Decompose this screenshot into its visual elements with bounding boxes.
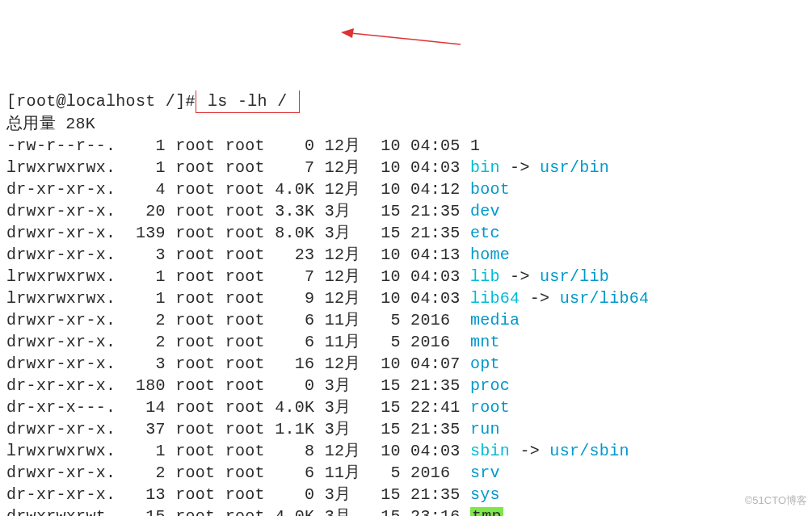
listing-row: drwxr-xr-x. 139 root root 8.0K 3月 15 21:… (6, 222, 806, 244)
watermark: ©51CTO博客 (745, 489, 807, 511)
file-name: 1 (470, 136, 480, 155)
listing-row: lrwxrwxrwx. 1 root root 7 12月 10 04:03 l… (6, 266, 806, 287)
file-name: media (470, 311, 520, 329)
terminal-output: [root@localhost /]# ls -lh / 总用量 28K-rw-… (6, 90, 806, 516)
listing-row: drwxr-xr-x. 37 root root 1.1K 3月 15 21:3… (6, 418, 806, 440)
file-name: tmp (470, 507, 503, 516)
listing-row: dr-xr-xr-x. 4 root root 4.0K 12月 10 04:1… (6, 178, 806, 200)
annotation-arrow (319, 3, 469, 54)
file-name: opt (470, 354, 500, 373)
file-name: mnt (470, 333, 500, 351)
link-target: usr/lib (540, 267, 609, 286)
highlighted-command: ls -lh / (196, 90, 300, 113)
file-name: home (470, 245, 510, 264)
file-name: srv (470, 464, 500, 482)
file-name: lib (470, 267, 500, 286)
link-target: usr/bin (540, 158, 609, 177)
listing-row: drwxrwxrwt. 15 root root 4.0K 3月 15 23:1… (6, 506, 806, 516)
listing-row: drwxr-xr-x. 2 root root 6 11月 5 2016 srv (6, 462, 806, 484)
listing-row: -rw-r--r--. 1 root root 0 12月 10 04:05 1 (6, 135, 806, 157)
listing-row: lrwxrwxrwx. 1 root root 8 12月 10 04:03 s… (6, 440, 806, 462)
file-name: run (470, 420, 500, 438)
svg-marker-1 (341, 28, 354, 38)
prompt-line: [root@localhost /]# ls -lh / (6, 90, 806, 113)
link-target: usr/sbin (549, 442, 629, 460)
file-name: boot (470, 180, 510, 199)
file-name: dev (470, 202, 500, 220)
file-name: lib64 (470, 289, 520, 308)
listing-row: drwxr-xr-x. 2 root root 6 11月 5 2016 mnt (6, 331, 806, 353)
svg-line-0 (351, 33, 461, 44)
total-line: 总用量 28K (6, 113, 806, 135)
listing-row: dr-xr-xr-x. 13 root root 0 3月 15 21:35 s… (6, 484, 806, 506)
file-name: sbin (470, 442, 510, 460)
listing-row: drwxr-xr-x. 20 root root 3.3K 3月 15 21:3… (6, 200, 806, 222)
file-name: root (470, 398, 510, 417)
listing-row: lrwxrwxrwx. 1 root root 9 12月 10 04:03 l… (6, 287, 806, 309)
listing-row: drwxr-xr-x. 2 root root 6 11月 5 2016 med… (6, 309, 806, 331)
listing-row: drwxr-xr-x. 3 root root 16 12月 10 04:07 … (6, 353, 806, 375)
link-target: usr/lib64 (560, 289, 650, 308)
file-name: bin (470, 158, 500, 177)
file-name: etc (470, 224, 500, 242)
listing-row: dr-xr-xr-x. 180 root root 0 3月 15 21:35 … (6, 375, 806, 396)
listing-row: lrwxrwxrwx. 1 root root 7 12月 10 04:03 b… (6, 157, 806, 178)
listing-row: drwxr-xr-x. 3 root root 23 12月 10 04:13 … (6, 244, 806, 266)
file-name: proc (470, 376, 510, 395)
listing-row: dr-xr-x---. 14 root root 4.0K 3月 15 22:4… (6, 396, 806, 418)
file-name: sys (470, 485, 500, 504)
